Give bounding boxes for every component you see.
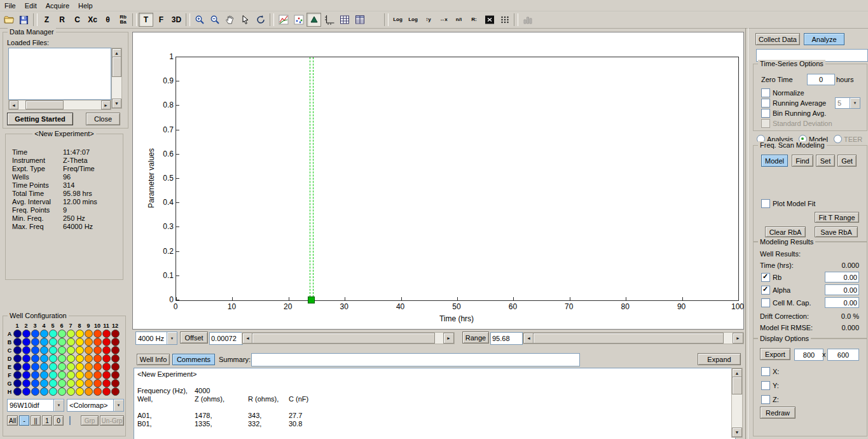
well-H6[interactable]	[58, 387, 66, 396]
well-G10[interactable]	[93, 379, 102, 387]
well-B9[interactable]	[85, 338, 93, 346]
range-scrollbar[interactable]: ◄ ►	[523, 332, 744, 344]
analyze-button[interactable]: Analyze	[804, 33, 844, 45]
menu-file[interactable]: File	[0, 1, 20, 10]
well-H9[interactable]	[85, 387, 93, 396]
range-scroll-thumb[interactable]	[533, 333, 724, 344]
well-H5[interactable]	[49, 387, 57, 396]
rotate-button[interactable]	[253, 13, 268, 27]
well-F10[interactable]	[93, 371, 102, 379]
loaded-files-hscroll-thumb[interactable]	[25, 101, 64, 109]
time-mode-button[interactable]: T	[139, 13, 153, 27]
well-D12[interactable]	[111, 354, 120, 363]
well-C11[interactable]	[102, 346, 111, 354]
well-D8[interactable]	[76, 354, 84, 363]
well-F9[interactable]	[85, 371, 93, 379]
well-C8[interactable]	[76, 346, 84, 354]
well-E8[interactable]	[76, 363, 84, 371]
well-F2[interactable]	[22, 371, 31, 379]
comments-text-area[interactable]: <New Experiment> Frequency (Hz),4000Well…	[134, 368, 736, 439]
well-D6[interactable]	[58, 354, 66, 363]
bin-running-avg-checkbox-box[interactable]	[761, 109, 770, 118]
well-F6[interactable]	[58, 371, 66, 379]
offset-button[interactable]: Offset	[180, 331, 208, 344]
well-E6[interactable]	[58, 363, 66, 371]
well-E11[interactable]	[102, 363, 111, 371]
well-D5[interactable]	[49, 354, 57, 363]
z-axis-checkbox[interactable]: Z:	[761, 395, 779, 404]
well-G5[interactable]	[49, 379, 57, 387]
ratio-button[interactable]: n/i	[451, 13, 466, 27]
well-C10[interactable]	[93, 346, 102, 354]
well-G11[interactable]	[102, 379, 111, 387]
well-D2[interactable]	[22, 354, 31, 363]
well-G1[interactable]	[13, 379, 22, 387]
well-D4[interactable]	[40, 354, 48, 363]
well-B12[interactable]	[111, 338, 120, 346]
export-width-field[interactable]	[794, 349, 823, 361]
well-A7[interactable]	[67, 330, 75, 338]
well-F4[interactable]	[40, 371, 48, 379]
expand-button[interactable]: Expand	[698, 353, 741, 365]
chevron-down-icon[interactable]: ▼	[53, 400, 64, 411]
scroll-right-arrow-icon[interactable]: ►	[733, 333, 743, 344]
well-G7[interactable]	[67, 379, 75, 387]
well-F7[interactable]	[67, 371, 75, 379]
well-D11[interactable]	[102, 354, 111, 363]
well-A3[interactable]	[31, 330, 39, 338]
rb-checkbox-box[interactable]	[761, 273, 770, 282]
well-E9[interactable]	[85, 363, 93, 371]
bin-running-avg-checkbox[interactable]: Bin Running Avg.	[761, 109, 826, 118]
well-B7[interactable]	[67, 338, 75, 346]
grid-view-button[interactable]	[337, 13, 352, 27]
well-H7[interactable]	[67, 387, 75, 396]
minus-button[interactable]: -	[19, 415, 29, 426]
well-F12[interactable]	[111, 371, 120, 379]
well-D3[interactable]	[31, 354, 39, 363]
comments-vscrollbar[interactable]: ▲ ▼	[731, 368, 743, 438]
cell-m-cap-checkbox-box[interactable]	[761, 298, 770, 307]
well-C1[interactable]	[13, 346, 22, 354]
offset-value-field[interactable]	[209, 332, 243, 345]
line-plot-button[interactable]	[276, 13, 291, 27]
menu-edit[interactable]: Edit	[20, 1, 41, 10]
open-file-button[interactable]	[1, 13, 16, 27]
data-cursor-button[interactable]	[238, 13, 252, 27]
well-C5[interactable]	[49, 346, 57, 354]
comments-vscroll-thumb[interactable]	[732, 377, 742, 394]
scroll-right-arrow-icon[interactable]: ►	[101, 101, 111, 109]
range-value-field[interactable]	[490, 332, 523, 345]
well-A1[interactable]	[13, 330, 22, 338]
well-group-checkbox[interactable]	[69, 416, 71, 425]
one-button[interactable]: 1	[42, 415, 52, 426]
clear-rba-button[interactable]: Clear RbA	[765, 226, 806, 237]
resistance-r-button[interactable]: R	[55, 13, 69, 27]
y-axis-scale-button[interactable]: ↕y	[421, 13, 436, 27]
scroll-down-arrow-icon[interactable]: ▼	[112, 99, 121, 108]
axis-scale-button[interactable]	[322, 13, 336, 27]
well-A10[interactable]	[93, 330, 102, 338]
loaded-files-hscrollbar[interactable]: ◄ ►	[8, 100, 111, 110]
cell-m-cap-value-field[interactable]	[825, 297, 859, 308]
well-F3[interactable]	[31, 371, 39, 379]
well-info-button[interactable]: Well Info	[137, 354, 170, 365]
plot-model-fit-checkbox[interactable]: Plot Model Fit	[761, 199, 815, 208]
chevron-down-icon[interactable]: ▼	[850, 98, 860, 108]
well-G4[interactable]	[40, 379, 48, 387]
well-H11[interactable]	[102, 387, 111, 396]
offset-scrollbar[interactable]: ◄ ►	[242, 332, 455, 344]
well-C3[interactable]	[31, 346, 39, 354]
rb-alpha-button[interactable]: Rb Ba	[116, 13, 130, 27]
running-average-checkbox[interactable]: Running Average	[761, 99, 826, 108]
well-C12[interactable]	[111, 346, 120, 354]
loaded-files-vscroll-thumb[interactable]	[112, 57, 121, 77]
model-button[interactable]: Model	[761, 155, 788, 167]
close-button[interactable]: Close	[86, 113, 120, 125]
redraw-button[interactable]: Redraw	[760, 407, 796, 419]
save-rba-button[interactable]: Save RbA	[815, 226, 858, 237]
rb-value-field[interactable]	[825, 272, 859, 282]
phase-theta-button[interactable]: θ	[100, 13, 115, 27]
all-wells-button[interactable]: All	[7, 415, 18, 426]
get-button[interactable]: Get	[837, 155, 857, 167]
well-G2[interactable]	[22, 379, 31, 387]
